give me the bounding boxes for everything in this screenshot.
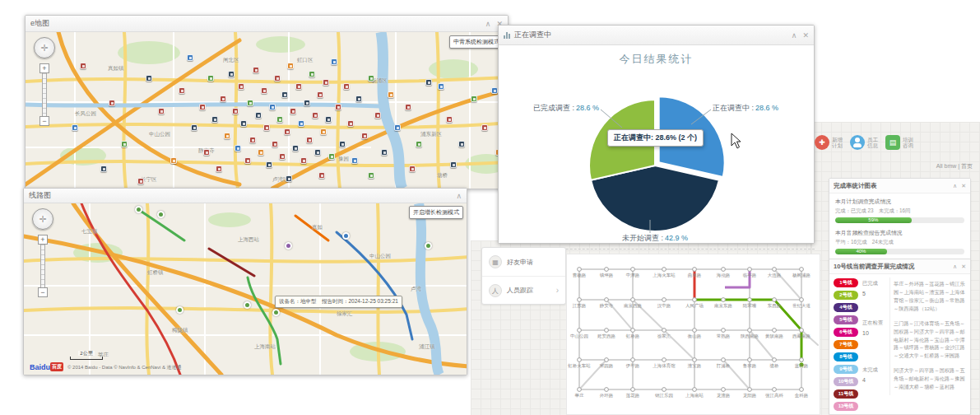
map-marker[interactable] bbox=[238, 83, 244, 90]
metro-station-badge[interactable] bbox=[157, 211, 165, 218]
map-marker[interactable] bbox=[187, 54, 193, 61]
map2-viewport[interactable]: 七宝镇虹桥镇上海西站真如中山公园梅陇镇上海南站徐家汇卢湾浦江镇莘庄 设备名：地中… bbox=[24, 203, 467, 375]
map-marker[interactable] bbox=[351, 157, 358, 164]
metro-station[interactable] bbox=[662, 329, 666, 333]
map-marker[interactable] bbox=[247, 100, 253, 106]
line-badge-11号线[interactable]: 11号线 bbox=[834, 389, 858, 399]
line-badge-5号线[interactable]: 5号线 bbox=[834, 315, 858, 324]
map-marker[interactable] bbox=[146, 75, 152, 82]
map-marker[interactable] bbox=[290, 108, 296, 114]
quick-icon-group[interactable]: ▤培训咨询 bbox=[885, 135, 913, 150]
map-marker[interactable] bbox=[381, 149, 388, 156]
metro-station-badge[interactable] bbox=[342, 232, 350, 240]
map-marker[interactable] bbox=[211, 116, 218, 123]
map-marker[interactable] bbox=[170, 157, 177, 164]
map-marker[interactable] bbox=[263, 124, 270, 131]
metro-station[interactable] bbox=[578, 358, 582, 362]
map-marker[interactable] bbox=[368, 75, 374, 82]
metro-station[interactable] bbox=[693, 329, 697, 333]
metro-network-map[interactable]: 曹杨路镇坪路中潭路上海火车站曲阜路海伦路临平路大连路杨树浦路江苏路静安寺南京西路… bbox=[567, 254, 820, 415]
map1-mode-button[interactable]: 中青系统检测模式 bbox=[449, 35, 504, 49]
map-marker[interactable] bbox=[281, 91, 288, 98]
map-marker[interactable] bbox=[374, 112, 381, 119]
metro-station-badge[interactable] bbox=[425, 242, 432, 249]
collapse-icon[interactable]: ∧ bbox=[456, 192, 462, 200]
map-marker[interactable] bbox=[253, 67, 259, 73]
map-marker[interactable] bbox=[331, 58, 337, 65]
map-marker[interactable] bbox=[458, 141, 465, 147]
map-marker[interactable] bbox=[320, 128, 327, 135]
map-marker[interactable] bbox=[323, 79, 329, 86]
map-marker[interactable] bbox=[409, 166, 416, 172]
metro-station-badge[interactable] bbox=[244, 301, 251, 309]
line-badge-7号线[interactable]: 7号线 bbox=[834, 340, 858, 349]
close-icon[interactable]: ✕ bbox=[961, 183, 966, 189]
map-marker[interactable] bbox=[274, 75, 281, 82]
map-marker[interactable] bbox=[298, 120, 304, 127]
metro-station-badge[interactable] bbox=[285, 242, 292, 249]
metro-station[interactable] bbox=[578, 329, 582, 333]
map-marker[interactable] bbox=[137, 178, 144, 184]
person-icon[interactable] bbox=[850, 135, 865, 150]
metro-station[interactable] bbox=[662, 358, 666, 362]
map-marker[interactable] bbox=[240, 120, 247, 127]
map-marker[interactable] bbox=[179, 87, 185, 94]
map-marker[interactable] bbox=[203, 149, 210, 156]
line-badge-1号线[interactable]: 1号线 bbox=[834, 278, 858, 287]
metro-station[interactable] bbox=[631, 358, 635, 362]
map-marker[interactable] bbox=[255, 112, 262, 119]
map-marker[interactable] bbox=[318, 172, 325, 179]
grid-icon[interactable]: ▤ bbox=[885, 135, 900, 150]
plus-icon[interactable]: ✚ bbox=[815, 135, 829, 150]
map-marker[interactable] bbox=[249, 137, 256, 143]
line-badge-8号线[interactable]: 8号线 bbox=[834, 352, 858, 361]
line-badge-2号线[interactable]: 2号线 bbox=[834, 291, 858, 300]
zoom-in-button[interactable]: + bbox=[39, 63, 49, 73]
map-zoom-slider[interactable]: + − bbox=[39, 63, 49, 126]
map-marker[interactable] bbox=[72, 124, 78, 131]
map-marker[interactable] bbox=[355, 96, 362, 102]
metro-station[interactable] bbox=[722, 298, 726, 302]
quick-icon-group[interactable]: 员工信息 bbox=[850, 135, 878, 150]
metro-station[interactable] bbox=[631, 329, 635, 333]
map-marker[interactable] bbox=[258, 149, 264, 156]
close-icon[interactable]: ✕ bbox=[961, 263, 966, 270]
map-marker[interactable] bbox=[261, 87, 267, 94]
map-marker[interactable] bbox=[339, 141, 346, 147]
metro-station[interactable] bbox=[578, 388, 582, 392]
metro-station[interactable] bbox=[773, 298, 777, 302]
metro-station[interactable] bbox=[722, 388, 726, 392]
map-marker[interactable] bbox=[471, 96, 477, 102]
map-marker[interactable] bbox=[361, 133, 368, 139]
map-marker[interactable] bbox=[425, 79, 432, 86]
map-marker[interactable] bbox=[300, 157, 307, 164]
map-marker[interactable] bbox=[306, 137, 313, 143]
metro-station[interactable] bbox=[800, 298, 804, 302]
map-marker[interactable] bbox=[244, 157, 251, 164]
map-marker[interactable] bbox=[343, 83, 350, 90]
map-marker[interactable] bbox=[80, 63, 86, 69]
map-marker[interactable] bbox=[312, 112, 318, 119]
metro-station[interactable] bbox=[748, 358, 752, 362]
map-marker[interactable] bbox=[314, 149, 321, 156]
line-badge-9号线[interactable]: 9号线 bbox=[834, 365, 858, 374]
metro-station[interactable] bbox=[578, 268, 582, 272]
metro-station[interactable] bbox=[605, 298, 609, 302]
collapse-icon[interactable]: ∧ bbox=[792, 31, 797, 40]
line-badge-6号线[interactable]: 6号线 bbox=[834, 328, 858, 337]
breadcrumb[interactable]: All bmw | 首页 bbox=[813, 162, 973, 170]
map-marker[interactable] bbox=[304, 100, 310, 106]
line-badge-4号线[interactable]: 4号线 bbox=[834, 303, 858, 312]
map-marker[interactable] bbox=[438, 83, 444, 90]
quick-list-item[interactable]: 人人员跟踪› bbox=[482, 276, 565, 304]
map1-viewport[interactable]: 真如镇长风公园中山公园闸北区静安寺卢湾区虹口区杨浦区浦东新区长宁区塘桥豫园 + … bbox=[26, 32, 508, 189]
map-marker[interactable] bbox=[100, 166, 107, 172]
map-marker[interactable] bbox=[295, 83, 302, 90]
map-zoom-slider[interactable]: + − bbox=[38, 235, 48, 297]
metro-station[interactable] bbox=[748, 329, 752, 333]
map-marker[interactable] bbox=[235, 145, 241, 152]
metro-station[interactable] bbox=[773, 268, 777, 272]
close-icon[interactable]: ✕ bbox=[802, 31, 809, 40]
map-marker[interactable] bbox=[405, 104, 411, 110]
metro-station-badge[interactable] bbox=[135, 206, 142, 213]
